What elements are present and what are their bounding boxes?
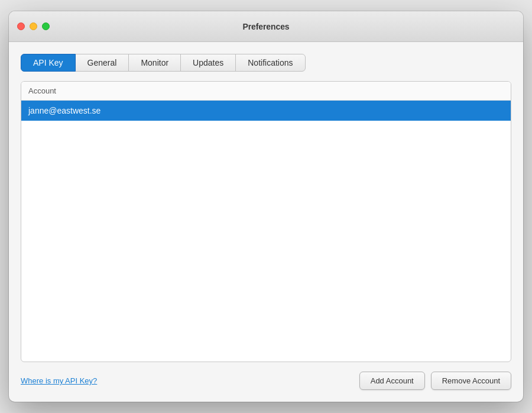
tab-updates[interactable]: Updates — [180, 54, 236, 72]
tab-notifications[interactable]: Notifications — [235, 54, 305, 72]
maximize-button[interactable] — [42, 22, 50, 30]
bottom-bar: Where is my API Key? Add Account Remove … — [21, 372, 511, 390]
preferences-window: Preferences API Key General Monitor Upda… — [9, 11, 523, 402]
close-button[interactable] — [17, 22, 25, 30]
api-key-link[interactable]: Where is my API Key? — [21, 376, 97, 385]
minimize-button[interactable] — [30, 22, 37, 30]
button-group: Add Account Remove Account — [359, 372, 511, 390]
add-account-button[interactable]: Add Account — [359, 372, 425, 390]
title-bar: Preferences — [9, 11, 523, 42]
account-list: janne@eastwest.se — [21, 101, 511, 362]
window-title: Preferences — [242, 22, 289, 31]
tab-general[interactable]: General — [75, 54, 129, 72]
remove-account-button[interactable]: Remove Account — [431, 372, 511, 390]
account-content-area: Account janne@eastwest.se — [21, 81, 511, 362]
tab-monitor[interactable]: Monitor — [128, 54, 181, 72]
tab-bar: API Key General Monitor Updates Notifica… — [21, 54, 511, 72]
tab-api-key[interactable]: API Key — [21, 54, 76, 72]
account-item[interactable]: janne@eastwest.se — [21, 101, 511, 121]
account-column-header: Account — [21, 82, 511, 101]
window-content: API Key General Monitor Updates Notifica… — [9, 42, 523, 402]
traffic-lights — [17, 22, 50, 30]
